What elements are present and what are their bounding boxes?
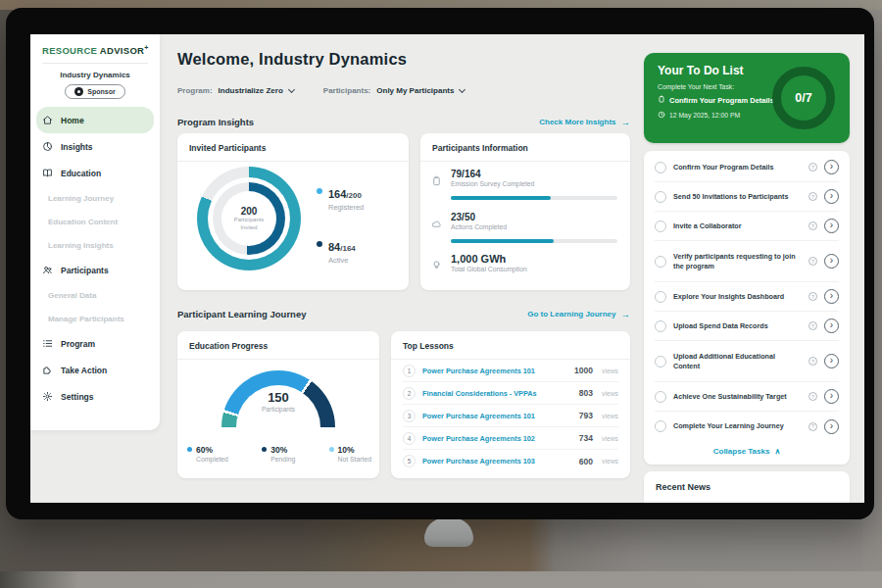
lesson-link[interactable]: Power Purchase Agreements 103: [422, 457, 572, 466]
chevron-right-button[interactable]: ›: [824, 160, 839, 174]
invited-participants-card: Invited Participants 200 Participants In…: [177, 133, 409, 290]
legend-completed: 60%Completed: [187, 445, 228, 463]
sidebar-item-program[interactable]: Program: [36, 330, 154, 357]
legend-pct: 10%: [338, 445, 371, 455]
sidebar-item-home[interactable]: Home: [36, 107, 154, 133]
chevron-right-button[interactable]: ›: [824, 254, 839, 269]
task-checkbox[interactable]: [655, 356, 666, 368]
lesson-link[interactable]: Power Purchase Agreements 101: [422, 367, 567, 375]
link-label: Check More Insights: [539, 118, 615, 126]
legend-pending: 30%Pending: [262, 445, 295, 463]
task-checkbox[interactable]: [655, 162, 666, 173]
task-row[interactable]: Achieve One Sustainability Target ? ›: [655, 382, 839, 412]
actions-icon: [431, 216, 442, 233]
insights-icon: [42, 138, 53, 156]
gauge-center-value: 150: [221, 390, 335, 405]
chevron-right-button[interactable]: ›: [824, 219, 839, 233]
lesson-views: 600: [579, 457, 593, 466]
collapse-tasks-link[interactable]: Collapse Tasks ∧: [644, 441, 850, 461]
lesson-link[interactable]: Power Purchase Agreements 101: [422, 412, 572, 420]
lesson-views: 803: [579, 388, 593, 398]
info-icon[interactable]: ?: [808, 392, 817, 401]
task-row[interactable]: Confirm Your Program Details ? ›: [655, 153, 839, 182]
chevron-right-button[interactable]: ›: [824, 318, 839, 333]
program-icon: [42, 335, 53, 353]
sidebar-item-general-data[interactable]: General Data: [36, 283, 154, 307]
task-row[interactable]: Verify participants requesting to join t…: [655, 241, 839, 282]
photo-scene: RESOURCE ADVISOR+ Industry Dynamics Spon…: [0, 0, 882, 588]
task-row[interactable]: Send 50 Invitations to Participants ? ›: [655, 182, 839, 212]
sidebar-item-take-action[interactable]: Take Action: [36, 357, 154, 383]
survey-icon: [431, 172, 442, 190]
sidebar-menu: Home Insights Education Learning Journey…: [30, 107, 160, 410]
chevron-right-button[interactable]: ›: [824, 354, 839, 368]
lesson-link[interactable]: Financial Considerations - VPPAs: [422, 389, 572, 398]
sidebar-item-settings[interactable]: Settings: [36, 383, 154, 410]
task-row[interactable]: Invite a Collaborator ? ›: [655, 212, 839, 241]
clock-icon: [658, 111, 665, 120]
learning-journey-header: Participant Learning Journey Go to Learn…: [177, 309, 630, 319]
todo-summary-card: Your To Do List Complete Your Next Task:…: [644, 53, 850, 143]
sidebar-item-learning-journey[interactable]: Learning Journey: [36, 186, 154, 210]
legend-registered: 164/200 Registered: [317, 184, 364, 212]
info-icon[interactable]: ?: [808, 292, 817, 301]
task-checkbox[interactable]: [655, 220, 666, 232]
program-filter-dropdown[interactable]: Program: Industrialize Zero: [177, 86, 294, 95]
task-row[interactable]: Explore Your Insights Dashboard ? ›: [655, 282, 839, 312]
info-label: Actions Completed: [451, 223, 507, 230]
top-lessons-card: Top Lessons 1 Power Purchase Agreements …: [391, 331, 630, 478]
education-progress-card: Education Progress 150 Participants 60%C…: [177, 331, 379, 478]
task-label: Verify participants requesting to join t…: [673, 252, 802, 270]
info-icon[interactable]: ?: [808, 221, 817, 230]
filters-row: Program: Industrialize Zero Participants…: [177, 86, 465, 95]
info-icon[interactable]: ?: [808, 192, 817, 201]
legend-label: Pending: [270, 456, 295, 463]
task-row[interactable]: Complete Your Learning Journey ? ›: [655, 412, 839, 441]
task-row[interactable]: Upload Spend Data Records ? ›: [655, 312, 839, 341]
invited-donut-chart: 200 Participants Invited: [197, 167, 301, 270]
sidebar-item-insights[interactable]: Insights: [36, 133, 154, 160]
info-icon[interactable]: ?: [808, 257, 817, 266]
education-gauge-chart: 150 Participants: [221, 370, 335, 427]
task-label: Send 50 Invitations to Participants: [673, 192, 802, 201]
info-icon[interactable]: ?: [808, 422, 817, 431]
sponsor-icon: [74, 87, 83, 96]
views-suffix: views: [602, 368, 618, 374]
check-more-insights-link[interactable]: Check More Insights →: [539, 117, 630, 127]
info-icon[interactable]: ?: [808, 321, 817, 330]
info-icon[interactable]: ?: [808, 357, 817, 366]
sidebar-item-learning-insights[interactable]: Learning Insights: [36, 233, 154, 257]
participants-filter-dropdown[interactable]: Participants: Only My Participants: [323, 86, 466, 95]
chevron-right-button[interactable]: ›: [824, 389, 839, 404]
sidebar-item-label: Manage Participants: [48, 315, 124, 323]
sidebar-item-education[interactable]: Education: [36, 160, 154, 186]
legend-pct: 30%: [270, 445, 295, 455]
task-checkbox[interactable]: [655, 191, 666, 203]
task-checkbox[interactable]: [655, 320, 666, 332]
legend-label: Registered: [328, 203, 364, 212]
chevron-right-button[interactable]: ›: [824, 419, 839, 434]
chevron-right-button[interactable]: ›: [824, 189, 839, 204]
task-checkbox[interactable]: [655, 291, 666, 303]
arrow-right-icon: →: [621, 309, 631, 319]
views-suffix: views: [602, 458, 618, 465]
info-icon[interactable]: ?: [808, 163, 817, 172]
info-label: Total Global Consumption: [451, 266, 527, 272]
chevron-right-button[interactable]: ›: [824, 289, 839, 304]
task-checkbox[interactable]: [655, 391, 666, 403]
sidebar-item-education-content[interactable]: Education Content: [36, 210, 154, 233]
go-to-learning-journey-link[interactable]: Go to Learning Journey →: [527, 309, 630, 319]
task-label: Complete Your Learning Journey: [673, 421, 802, 430]
task-row[interactable]: Upload Additional Educational Content ? …: [655, 341, 839, 382]
task-checkbox[interactable]: [655, 420, 666, 432]
legend-label: Not Started: [338, 456, 371, 463]
sidebar-item-participants[interactable]: Participants: [36, 257, 154, 283]
donut-center-text: 200 Participants Invited: [197, 167, 301, 270]
task-checkbox[interactable]: [655, 256, 666, 268]
lesson-link[interactable]: Power Purchase Agreements 102: [422, 434, 572, 443]
brand-part1: RESOURCE: [42, 45, 97, 56]
education-legend: 60%Completed 30%Pending 10%Not Started: [187, 445, 371, 463]
todo-next-task: Confirm Your Program Details: [658, 95, 774, 105]
todo-subtitle: Complete Your Next Task:: [658, 83, 734, 90]
sidebar-item-manage-participants[interactable]: Manage Participants: [36, 307, 154, 330]
